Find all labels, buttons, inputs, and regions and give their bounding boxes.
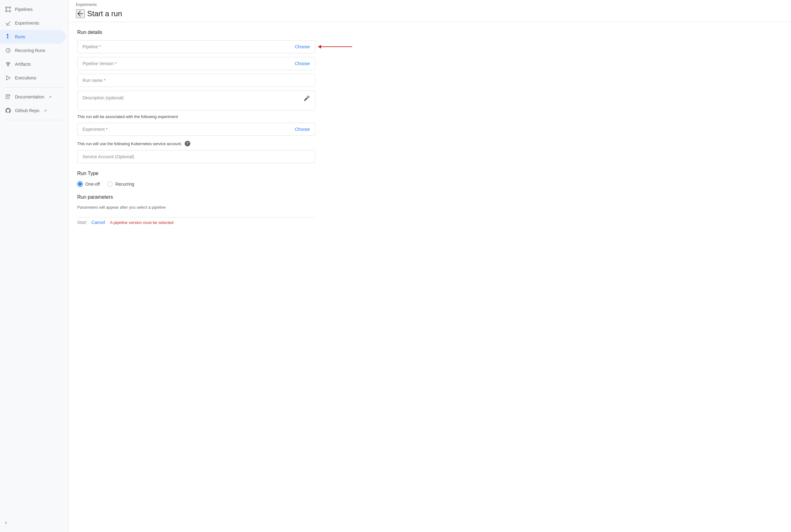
- external-link-icon-2: ↗: [44, 109, 47, 113]
- pipeline-field[interactable]: Choose: [77, 40, 315, 53]
- experiment-input[interactable]: [82, 127, 295, 132]
- experiment-field[interactable]: Choose: [77, 123, 315, 136]
- radio-recurring-circle: [107, 181, 113, 187]
- radio-one-off-circle: [77, 181, 83, 187]
- sidebar-item-runs-label: Runs: [15, 34, 25, 39]
- run-details-title: Run details: [77, 30, 315, 35]
- k8s-help-icon[interactable]: ?: [185, 141, 190, 146]
- sidebar-item-experiments-label: Experiments: [15, 21, 39, 25]
- sidebar-item-recurring-runs-label: Recurring Runs: [15, 48, 45, 53]
- sidebar-item-artifacts[interactable]: Artifacts: [0, 57, 66, 71]
- svg-marker-15: [6, 76, 10, 80]
- executions-icon: [5, 75, 11, 81]
- k8s-text: This run will use the following Kubernet…: [77, 141, 182, 146]
- sidebar-item-documentation-label: Documentation: [15, 94, 44, 99]
- back-button[interactable]: [76, 10, 85, 18]
- description-input[interactable]: [82, 95, 304, 105]
- sidebar-item-experiments[interactable]: Experiments: [0, 16, 66, 30]
- svg-point-11: [7, 64, 9, 66]
- sidebar-divider-2: [5, 120, 63, 120]
- documentation-icon: [5, 94, 11, 100]
- page-header: Start a run: [69, 7, 791, 22]
- cancel-button[interactable]: Cancel: [92, 220, 105, 225]
- arrow-head: [318, 45, 321, 49]
- svg-point-0: [6, 7, 7, 8]
- arrow-line: [321, 46, 352, 47]
- pipeline-version-field[interactable]: Choose: [77, 57, 315, 70]
- k8s-row: This run will use the following Kubernet…: [77, 141, 315, 146]
- runs-icon: [5, 34, 11, 40]
- sidebar-item-pipelines[interactable]: Pipelines: [0, 2, 66, 16]
- pipeline-icon: [5, 6, 11, 13]
- sidebar: Pipelines Experiments Runs: [0, 0, 69, 532]
- sidebar-item-recurring-runs[interactable]: Recurring Runs: [0, 44, 66, 57]
- run-name-input[interactable]: [82, 78, 310, 83]
- page-title: Start a run: [87, 10, 122, 18]
- pipeline-choose-button[interactable]: Choose: [295, 44, 310, 49]
- error-message: A pipeline version must be selected: [110, 220, 173, 225]
- radio-one-off[interactable]: One-off: [77, 181, 100, 187]
- sidebar-item-pipelines-label: Pipelines: [15, 7, 33, 12]
- sidebar-item-github-label: Github Repo: [15, 108, 40, 113]
- arrow-annotation: [318, 45, 352, 49]
- run-params-section: Run parameters Parameters will appear af…: [77, 194, 315, 210]
- svg-line-14: [8, 64, 9, 64]
- experiment-choose-button[interactable]: Choose: [295, 127, 310, 132]
- service-account-field[interactable]: [77, 150, 315, 163]
- svg-point-10: [8, 62, 10, 64]
- svg-point-9: [6, 62, 8, 64]
- breadcrumb: Experiments: [69, 0, 791, 7]
- sidebar-item-documentation[interactable]: Documentation ↗: [0, 90, 66, 104]
- sidebar-item-runs[interactable]: Runs: [0, 30, 66, 44]
- start-button: Start: [77, 220, 86, 225]
- github-icon: [5, 108, 11, 114]
- pipeline-version-input[interactable]: [82, 61, 295, 66]
- sidebar-item-artifacts-label: Artifacts: [15, 62, 31, 66]
- artifacts-icon: [5, 61, 11, 67]
- svg-rect-16: [6, 95, 9, 99]
- description-field[interactable]: 🎤: [77, 91, 315, 111]
- external-link-icon: ↗: [49, 95, 51, 99]
- sidebar-divider-1: [5, 87, 63, 88]
- form-container: Run details Choose Choose 🎤 This run wil: [69, 22, 324, 232]
- experiment-info-text: This run will be associated with the fol…: [77, 114, 315, 119]
- pipeline-version-choose-button[interactable]: Choose: [295, 61, 310, 66]
- sidebar-collapse-button[interactable]: ‹: [0, 515, 68, 530]
- form-actions: Start Cancel A pipeline version must be …: [77, 217, 315, 225]
- run-name-field[interactable]: [77, 74, 315, 87]
- radio-recurring[interactable]: Recurring: [107, 181, 134, 187]
- run-type-section: Run Type One-off Recurring: [77, 171, 315, 187]
- run-type-title: Run Type: [77, 171, 315, 176]
- sidebar-item-executions[interactable]: Executions: [0, 71, 66, 85]
- sidebar-item-github-repo[interactable]: Github Repo ↗: [0, 104, 66, 117]
- service-account-input[interactable]: [82, 154, 310, 159]
- question-mark: ?: [186, 142, 188, 146]
- radio-one-off-label: One-off: [85, 182, 100, 187]
- recurring-icon: [5, 48, 11, 54]
- main-content: Experiments Start a run Run details Choo…: [69, 0, 791, 532]
- svg-point-1: [9, 7, 11, 8]
- run-params-title: Run parameters: [77, 194, 315, 200]
- radio-recurring-label: Recurring: [115, 182, 134, 187]
- svg-point-2: [6, 10, 7, 12]
- params-info: Parameters will appear after you select …: [77, 205, 315, 210]
- svg-point-3: [9, 10, 11, 12]
- collapse-icon: ‹: [5, 519, 7, 526]
- pipeline-input[interactable]: [82, 44, 295, 49]
- svg-line-13: [7, 64, 8, 64]
- run-type-options: One-off Recurring: [77, 181, 315, 187]
- mic-icon: 🎤: [304, 95, 310, 101]
- experiments-icon: [5, 20, 11, 26]
- sidebar-item-executions-label: Executions: [15, 75, 36, 80]
